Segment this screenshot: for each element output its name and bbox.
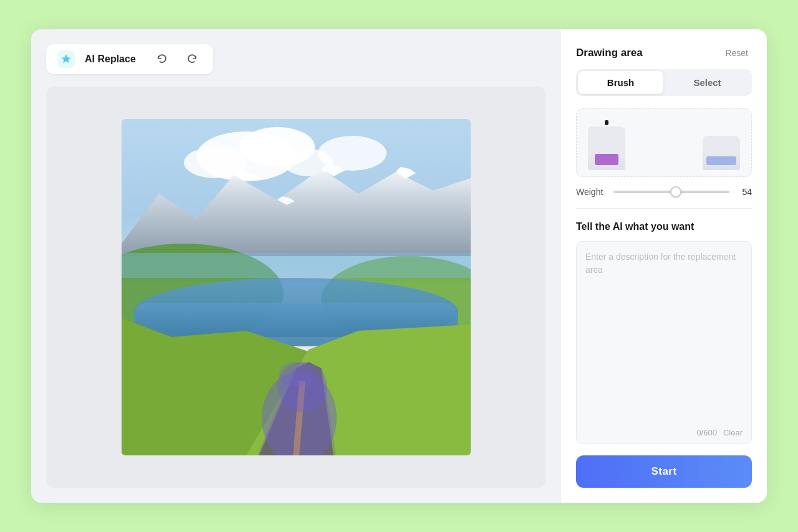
ai-section-title: Tell the AI what you want — [576, 221, 752, 232]
reset-button[interactable]: Reset — [721, 47, 752, 59]
brush-body-main — [588, 126, 625, 170]
brush-preview-area — [576, 108, 752, 177]
weight-slider[interactable] — [613, 191, 729, 193]
weight-label: Weight — [576, 187, 606, 197]
brush-preview-alt — [703, 136, 740, 170]
mode-toggle: Brush Select — [576, 69, 752, 96]
redo-button[interactable] — [182, 50, 202, 68]
right-panel: Drawing area Reset Brush Select — [561, 29, 767, 503]
weight-value: 54 — [737, 187, 752, 197]
svg-rect-22 — [122, 253, 471, 278]
toolbar: AI Replace — [46, 44, 213, 74]
image-canvas — [122, 119, 471, 455]
brush-body-alt — [703, 136, 740, 170]
drawing-area-header: Drawing area Reset — [576, 47, 752, 59]
brush-mode-button[interactable]: Brush — [578, 71, 663, 94]
brush-preview-main — [588, 120, 625, 170]
logo-icon — [57, 50, 75, 68]
canvas-area[interactable] — [46, 87, 546, 488]
brush-tip-main — [605, 120, 608, 125]
brush-color-alt — [706, 156, 736, 165]
select-mode-button[interactable]: Select — [665, 71, 750, 94]
undo-button[interactable] — [152, 50, 172, 68]
section-divider — [576, 208, 752, 209]
svg-point-25 — [279, 362, 314, 387]
start-button[interactable]: Start — [576, 455, 752, 488]
char-count: 0/600 — [696, 428, 717, 437]
textarea-footer: 0/600 Clear — [585, 428, 743, 437]
weight-row: Weight 54 — [576, 187, 752, 197]
drawing-area-title: Drawing area — [576, 47, 643, 59]
ai-textarea-wrapper: 0/600 Clear — [576, 241, 752, 444]
clear-button[interactable]: Clear — [723, 428, 743, 437]
left-panel: AI Replace — [31, 29, 561, 503]
app-title: AI Replace — [85, 54, 136, 65]
ai-description-input[interactable] — [585, 250, 743, 423]
brush-color-main — [595, 154, 618, 165]
app-container: AI Replace — [31, 29, 767, 503]
